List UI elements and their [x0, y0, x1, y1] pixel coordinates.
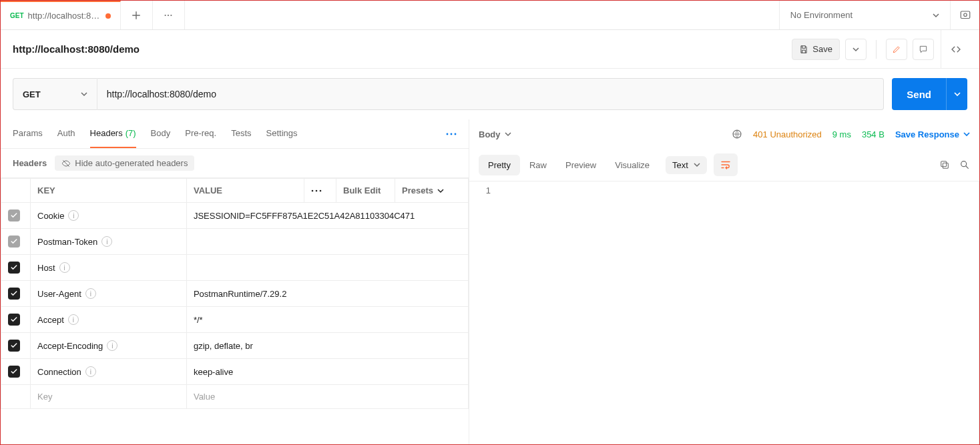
tab-headers[interactable]: Headers (7) [90, 119, 136, 148]
header-enabled-checkbox[interactable] [8, 209, 20, 221]
view-pretty[interactable]: Pretty [479, 155, 520, 175]
col-key: KEY [31, 179, 187, 203]
hide-autogenerated-toggle[interactable]: Hide auto-generated headers [55, 155, 194, 171]
svg-rect-3 [961, 11, 970, 19]
url-input[interactable]: http://localhost:8080/demo [97, 78, 885, 110]
view-preview[interactable]: Preview [556, 155, 605, 175]
pencil-icon [892, 45, 901, 54]
svg-point-7 [455, 133, 457, 135]
wrap-icon [720, 159, 732, 171]
send-options-button[interactable] [946, 78, 967, 110]
svg-point-4 [963, 13, 967, 17]
header-enabled-checkbox[interactable] [8, 340, 20, 352]
eye-off-icon [61, 159, 71, 168]
tab-settings[interactable]: Settings [266, 119, 298, 148]
environment-quick-look-button[interactable] [950, 1, 979, 29]
header-key-input[interactable]: Key [37, 392, 52, 402]
header-key[interactable]: Host [37, 263, 55, 273]
header-key[interactable]: Connection [37, 367, 81, 377]
method-select[interactable]: GET [13, 78, 97, 110]
ellipsis-icon [311, 189, 322, 192]
response-time: 9 ms [832, 129, 851, 139]
environment-select[interactable]: No Environment [779, 1, 950, 29]
info-icon[interactable]: i [101, 236, 112, 247]
response-body-content[interactable] [497, 181, 979, 444]
header-enabled-checkbox[interactable] [8, 262, 20, 274]
header-value[interactable]: keep-alive [194, 367, 233, 377]
save-icon [799, 45, 808, 54]
svg-point-5 [447, 133, 449, 135]
view-raw[interactable]: Raw [520, 155, 556, 175]
tab-tests[interactable]: Tests [231, 119, 251, 148]
headers-table: KEY VALUE Bulk Edit Presets [1, 178, 469, 409]
response-size: 354 B [862, 129, 885, 139]
request-tab[interactable]: GET http://localhost:8080/c [1, 1, 121, 29]
header-enabled-checkbox[interactable] [8, 236, 20, 248]
header-enabled-checkbox[interactable] [8, 366, 20, 378]
header-value[interactable]: PostmanRuntime/7.29.2 [194, 289, 286, 299]
header-key[interactable]: Accept-Encoding [37, 341, 103, 351]
header-value-input[interactable]: Value [194, 392, 215, 402]
info-icon[interactable]: i [107, 340, 117, 351]
info-icon[interactable]: i [85, 366, 96, 377]
save-response-label: Save Response [895, 129, 959, 139]
header-value[interactable]: */* [194, 315, 203, 325]
copy-response-button[interactable] [939, 159, 950, 170]
chevron-down-icon [437, 187, 444, 194]
method-value: GET [23, 89, 41, 99]
header-enabled-checkbox[interactable] [8, 288, 20, 300]
header-value[interactable]: JSESSIONID=FC5FFF875A1E2C51A42A81103304C… [194, 211, 415, 221]
url-value: http://localhost:8080/demo [107, 89, 216, 99]
request-options-button[interactable] [446, 133, 457, 135]
header-enabled-checkbox[interactable] [8, 314, 20, 326]
response-body-label: Body [479, 129, 501, 139]
bulk-edit-button[interactable]: Bulk Edit [336, 179, 395, 203]
response-view-switch: Pretty Raw Preview Visualize [479, 155, 659, 175]
table-row: Accepti*/* [1, 307, 469, 333]
header-key[interactable]: Accept [37, 315, 64, 325]
environment-label: No Environment [790, 10, 852, 20]
save-button[interactable]: Save [792, 39, 840, 60]
table-row-placeholder: KeyValue [1, 385, 469, 409]
edit-button[interactable] [886, 39, 907, 60]
header-key[interactable]: Cookie [37, 211, 64, 221]
svg-point-10 [320, 189, 322, 191]
response-type-select[interactable]: Text [666, 156, 707, 174]
svg-point-1 [168, 14, 169, 15]
svg-point-8 [312, 189, 314, 191]
tab-title: http://localhost:8080/c [28, 11, 101, 21]
table-row: CookieiJSESSIONID=FC5FFF875A1E2C51A42A81… [1, 203, 469, 229]
search-response-button[interactable] [959, 159, 970, 170]
tab-overflow-button[interactable] [153, 1, 185, 29]
table-row: Hosti [1, 255, 469, 281]
tab-auth[interactable]: Auth [57, 119, 75, 148]
hide-autogenerated-label: Hide auto-generated headers [75, 158, 188, 168]
col-more-button[interactable] [304, 179, 336, 203]
header-key[interactable]: Postman-Token [37, 237, 97, 247]
save-response-button[interactable]: Save Response [895, 129, 970, 139]
svg-point-0 [165, 14, 166, 15]
tab-headers-label: Headers [90, 128, 123, 138]
new-tab-button[interactable] [121, 1, 153, 29]
info-icon[interactable]: i [59, 262, 70, 273]
view-visualize[interactable]: Visualize [605, 155, 659, 175]
tab-headers-count: (7) [126, 128, 136, 138]
response-type-label: Text [672, 160, 688, 170]
send-button[interactable]: Send [892, 78, 946, 110]
presets-button[interactable]: Presets [395, 179, 469, 203]
info-icon[interactable]: i [85, 288, 96, 299]
header-key[interactable]: User-Agent [37, 289, 81, 299]
header-value[interactable]: gzip, deflate, br [194, 341, 253, 351]
tab-prereq[interactable]: Pre-req. [185, 119, 216, 148]
code-snippet-button[interactable] [941, 30, 970, 68]
save-options-button[interactable] [845, 39, 867, 60]
tab-params[interactable]: Params [13, 119, 43, 148]
info-icon[interactable]: i [68, 314, 79, 325]
code-icon [950, 43, 962, 55]
tab-body[interactable]: Body [151, 119, 171, 148]
wrap-lines-button[interactable] [714, 153, 738, 176]
response-body-tab[interactable]: Body [479, 129, 511, 139]
info-icon[interactable]: i [68, 210, 79, 221]
comment-button[interactable] [913, 39, 934, 60]
globe-icon[interactable] [732, 129, 742, 139]
